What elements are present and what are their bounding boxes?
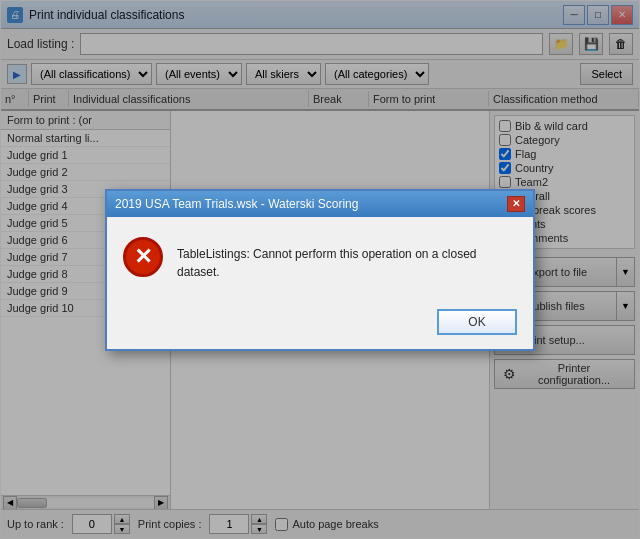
dialog-footer: OK: [107, 301, 533, 349]
main-window: 🖨 Print individual classifications ─ □ ✕…: [0, 0, 640, 539]
ok-button[interactable]: OK: [437, 309, 517, 335]
dialog-overlay: 2019 USA Team Trials.wsk - Waterski Scor…: [1, 1, 639, 538]
error-icon: ✕: [123, 237, 163, 277]
dialog-message: TableListings: Cannot perform this opera…: [177, 237, 517, 281]
dialog-body: ✕ TableListings: Cannot perform this ope…: [107, 217, 533, 301]
error-dialog: 2019 USA Team Trials.wsk - Waterski Scor…: [105, 189, 535, 351]
dialog-close-button[interactable]: ✕: [507, 196, 525, 212]
dialog-title-bar: 2019 USA Team Trials.wsk - Waterski Scor…: [107, 191, 533, 217]
dialog-title: 2019 USA Team Trials.wsk - Waterski Scor…: [115, 197, 358, 211]
